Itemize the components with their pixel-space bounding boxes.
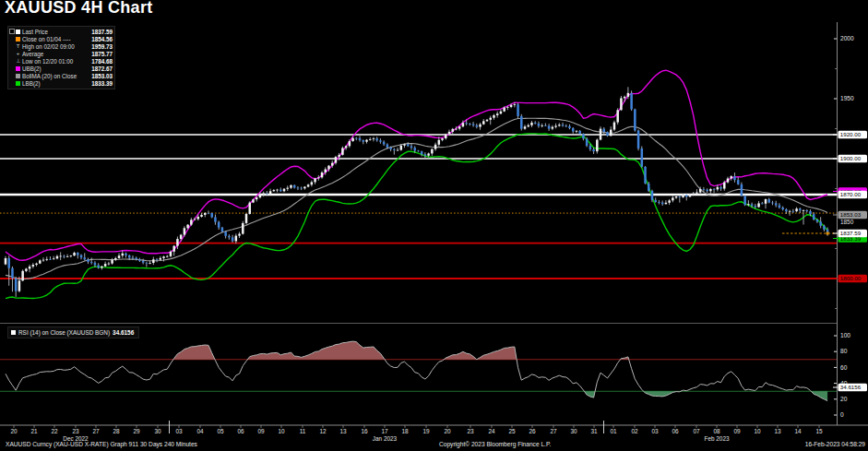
price-axis-badges: 1920.001900.001872.671870.001853.031833.…: [833, 131, 867, 391]
rsi-legend-panel: RSI (14) on Close (XAUUSD BGN) 34.6156: [7, 326, 139, 338]
svg-text:09: 09: [257, 428, 265, 434]
svg-text:07: 07: [693, 428, 700, 434]
legend-item[interactable]: Close on 01/04 ----1854.56: [11, 35, 113, 42]
footer-timestamp: 16-Feb-2023 04:58:29: [805, 441, 865, 447]
x-axis-labels[interactable]: 2021222327282930030405060910111213161718…: [10, 421, 823, 442]
svg-text:20: 20: [10, 428, 18, 434]
legend-item[interactable]: ⊥Low on 12/20 01:001784.68: [11, 57, 113, 65]
legend-item[interactable]: BollMA (20) on Close1853.03: [11, 73, 113, 80]
svg-text:1837.59: 1837.59: [840, 230, 862, 236]
rsi-series-swatch-icon: [11, 330, 16, 335]
svg-text:31: 31: [590, 428, 598, 434]
svg-text:29: 29: [133, 428, 140, 434]
svg-text:23: 23: [72, 428, 79, 434]
legend-item-label: Last Price: [22, 29, 89, 35]
svg-text:0: 0: [840, 411, 844, 418]
chart-legend-panel: Last Price1837.59Close on 01/04 ----1854…: [7, 26, 115, 89]
svg-text:22: 22: [51, 428, 58, 434]
bollinger-bands: [6, 70, 827, 299]
svg-text:1870.00: 1870.00: [840, 191, 862, 197]
legend-item[interactable]: THigh on 02/02 09:001959.73: [11, 42, 113, 50]
legend-item[interactable]: UBB(2)1872.67: [11, 65, 113, 72]
svg-text:14: 14: [794, 428, 802, 434]
svg-text:2000: 2000: [840, 35, 854, 42]
status-bar: XAUUSD Curncy (XAU-USD X-RATE) Graph 911…: [0, 440, 868, 451]
svg-text:20: 20: [840, 396, 848, 402]
svg-text:27: 27: [92, 428, 100, 434]
svg-text:20: 20: [444, 428, 451, 434]
upper-bollinger-line: [6, 70, 827, 260]
legend-series-swatch-icon: [16, 74, 20, 78]
legend-item-label: High on 02/02 09:00: [22, 43, 89, 50]
rsi-legend-label: RSI (14) on Close (XAUUSD BGN): [18, 329, 110, 336]
svg-text:13: 13: [774, 428, 781, 434]
svg-text:30: 30: [570, 428, 577, 434]
legend-item-label: Close on 01/04 ----: [22, 36, 89, 42]
svg-text:12: 12: [319, 428, 327, 434]
svg-text:02: 02: [631, 428, 638, 434]
legend-item-value: 1854.56: [91, 36, 113, 42]
last-price-marker-icon: [826, 232, 829, 235]
svg-text:04: 04: [196, 428, 204, 434]
legend-series-swatch-icon: [16, 81, 20, 86]
legend-expander-icon[interactable]: [9, 29, 15, 34]
legend-item[interactable]: Last Price1837.59: [11, 28, 113, 35]
legend-marker-glyph-icon: ⊥: [16, 59, 20, 64]
rsi-series: [6, 341, 827, 401]
legend-series-swatch-icon: [16, 30, 20, 34]
legend-item[interactable]: +Average1875.77: [11, 50, 113, 57]
svg-text:1900.00: 1900.00: [840, 155, 862, 161]
footer-security-description: XAUUSD Curncy (XAU-USD X-RATE) Graph 911…: [6, 441, 197, 447]
legend-series-swatch-icon: [16, 37, 20, 42]
svg-text:03: 03: [651, 428, 659, 434]
svg-text:1800.00: 1800.00: [840, 275, 862, 281]
bollinger-midline: [6, 118, 827, 279]
svg-text:23: 23: [467, 428, 474, 434]
legend-item-label: Low on 12/20 01:00: [22, 58, 89, 65]
svg-text:25: 25: [508, 428, 516, 434]
svg-text:16: 16: [361, 428, 368, 434]
svg-text:19: 19: [422, 428, 430, 434]
svg-text:06: 06: [672, 428, 679, 434]
legend-item-label: Average: [22, 51, 89, 57]
rsi-overbought-fill: [173, 341, 629, 360]
rsi-line: [6, 341, 827, 401]
svg-text:1853.03: 1853.03: [840, 211, 862, 218]
rsi-oversold-fill: [584, 391, 827, 400]
legend-item-value: 1853.03: [91, 73, 113, 79]
legend-item-value: 1959.73: [91, 43, 113, 50]
svg-text:1950: 1950: [840, 95, 854, 101]
legend-item-value: 1875.77: [91, 51, 113, 57]
svg-text:01: 01: [610, 428, 617, 434]
svg-text:26: 26: [529, 428, 536, 434]
svg-text:09: 09: [733, 428, 741, 434]
svg-text:17: 17: [381, 428, 388, 434]
footer-copyright: Copyright© 2023 Bloomberg Finance L.P.: [439, 441, 551, 447]
legend-item-value: 1784.68: [91, 58, 113, 65]
svg-text:28: 28: [113, 428, 120, 434]
legend-item-value: 1833.39: [91, 80, 113, 87]
legend-series-swatch-icon: [16, 66, 20, 71]
svg-text:30: 30: [154, 428, 161, 434]
svg-text:27: 27: [550, 428, 557, 434]
svg-text:80: 80: [840, 348, 848, 354]
legend-marker-glyph-icon: +: [16, 52, 20, 56]
svg-text:18: 18: [401, 428, 409, 434]
svg-text:08: 08: [713, 428, 720, 434]
svg-text:03: 03: [175, 428, 183, 434]
svg-text:100: 100: [840, 332, 850, 338]
legend-item-value: 1872.67: [91, 65, 113, 72]
legend-item-label: UBB(2): [22, 65, 89, 72]
svg-text:60: 60: [840, 364, 848, 371]
bloomberg-chart-screen: { "header": { "title": "XAUUSD 4H Chart"…: [0, 0, 868, 451]
price-chart-canvas[interactable]: 2021222327282930030405060910111213161718…: [0, 0, 868, 451]
svg-text:13: 13: [339, 428, 347, 434]
svg-text:1920.00: 1920.00: [840, 131, 862, 137]
svg-text:10: 10: [278, 428, 285, 434]
legend-item[interactable]: LBB(2)1833.39: [11, 80, 113, 88]
page-title: XAUUSD 4H Chart: [5, 0, 153, 18]
svg-text:34.6156: 34.6156: [840, 384, 862, 390]
legend-item-label: LBB(2): [22, 80, 89, 87]
svg-text:21: 21: [30, 428, 38, 434]
svg-text:15: 15: [815, 428, 823, 434]
